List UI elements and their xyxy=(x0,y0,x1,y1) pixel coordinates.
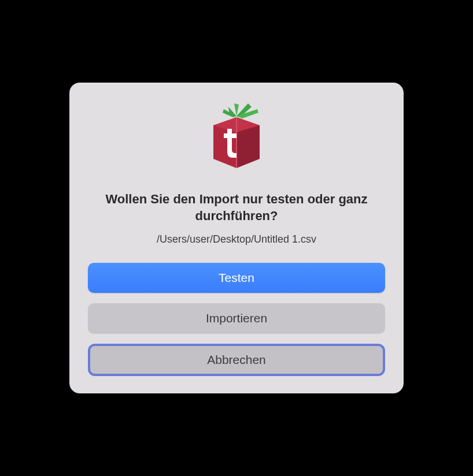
alert-dialog: Wollen Sie den Import nur testen oder ga… xyxy=(69,83,404,393)
import-button[interactable]: Importieren xyxy=(88,303,385,333)
cancel-button[interactable]: Abbrechen xyxy=(88,344,385,376)
tomato-leaves-icon xyxy=(223,103,258,118)
dialog-title: Wollen Sie den Import nur testen oder ga… xyxy=(88,191,385,224)
dialog-message: /Users/user/Desktop/Untitled 1.csv xyxy=(157,233,316,246)
app-icon xyxy=(199,101,274,175)
test-button[interactable]: Testen xyxy=(88,263,385,293)
button-stack: Testen Importieren Abbrechen xyxy=(88,263,385,376)
